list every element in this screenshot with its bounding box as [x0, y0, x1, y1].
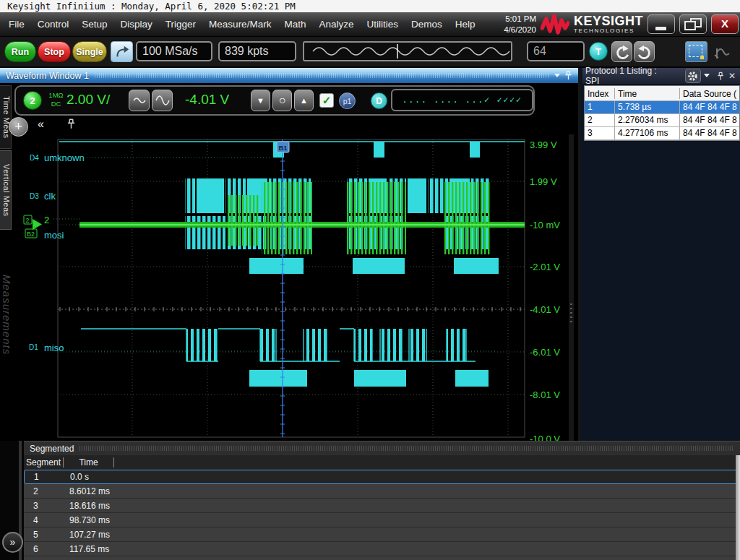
acquisition-preview[interactable]: [303, 41, 512, 61]
vertical-offset-field[interactable]: -4.01 V: [185, 92, 229, 108]
menu-utilities[interactable]: Utilities: [360, 19, 405, 30]
menu-help[interactable]: Help: [449, 19, 482, 30]
segment-row-4[interactable]: 4 98.730 ms: [24, 513, 740, 527]
protocol-table-header: Index Time Data Source (: [585, 86, 739, 101]
protocol-table: Index Time Data Source ( 1 5.738 µs 84 4…: [584, 85, 740, 141]
trigger-tag-b1[interactable]: B1: [279, 144, 288, 152]
settings-button[interactable]: [685, 69, 701, 83]
segment-row-partial[interactable]: [24, 556, 740, 560]
channel-2-badge[interactable]: 2: [23, 91, 42, 110]
segmented-panel-titlebar[interactable]: Segmented: [24, 441, 740, 455]
menu-control[interactable]: Control: [31, 19, 76, 30]
signal-label-umknown[interactable]: umknown: [44, 152, 85, 163]
segment-row-2[interactable]: 2 8.6012 ms: [24, 484, 740, 499]
segment-row-3[interactable]: 3 18.616 ms: [24, 499, 740, 513]
protocol-row-3[interactable]: 3 4.277106 ms 84 4F 84 4F 8: [585, 127, 739, 140]
redo-button[interactable]: [634, 41, 655, 62]
protocol-row-2[interactable]: 2 2.276034 ms 84 4F 84 4F 8: [585, 114, 739, 127]
collapse-button[interactable]: «: [38, 118, 44, 131]
probe-badge[interactable]: p1: [339, 92, 356, 109]
offset-zero-button[interactable]: ○: [272, 90, 292, 111]
segment-index-field[interactable]: 64: [527, 41, 585, 61]
vertical-scale-field[interactable]: 2.00 V/: [66, 92, 110, 108]
waveform-tool-icon: [713, 43, 731, 61]
trigger-badge[interactable]: T: [589, 42, 608, 61]
signal-id-d3: D3: [30, 192, 39, 200]
protocol-listing-panel: Protocol 1 Listing : SPI ✕ Index Time Da…: [578, 68, 740, 441]
scale-increase-button[interactable]: [152, 90, 173, 111]
segmented-panel: Segmented Segment Time 1 0.0 s 2 8.6012 …: [24, 441, 740, 560]
channel-controls-panel: 2 1MΩ DC 2.00 V/ -4.01 V ▼ ○ ▲ ✓ p1 D ..…: [14, 85, 535, 116]
signal-label-mosi[interactable]: mosi: [44, 230, 64, 241]
pin-icon[interactable]: [66, 119, 76, 129]
stop-button[interactable]: Stop: [38, 41, 71, 62]
memory-depth-field[interactable]: 839 kpts: [218, 41, 296, 61]
axis-label: -8.01 V: [530, 389, 560, 400]
brand-text: KEYSIGHT TECHNOLOGIES: [574, 14, 643, 34]
clock-time: 5:01 PM: [504, 14, 536, 24]
axis-label: 3.99 V: [530, 139, 557, 150]
svg-text:B2: B2: [27, 231, 35, 238]
waveform-window-titlebar[interactable]: Waveform Window 1: [0, 68, 578, 83]
axis-label: -10.0 V: [530, 434, 560, 441]
segment-row-6[interactable]: 6 117.65 ms: [24, 542, 740, 556]
waveform-tool[interactable]: [710, 41, 733, 62]
segmented-table-header: Segment Time: [24, 455, 740, 470]
run-button[interactable]: Run: [4, 41, 36, 62]
pin-icon[interactable]: [564, 71, 572, 80]
protocol-panel-titlebar[interactable]: Protocol 1 Listing : SPI ✕: [582, 68, 740, 84]
segment-row-5[interactable]: 5 107.27 ms: [24, 527, 740, 542]
signal-label-ch2[interactable]: 2: [44, 215, 49, 225]
svg-text:2: 2: [26, 217, 30, 224]
add-measurement-button[interactable]: +: [9, 117, 28, 137]
signal-label-clk[interactable]: clk: [44, 191, 56, 202]
redo-icon: [637, 44, 653, 60]
signal-label-miso[interactable]: miso: [44, 343, 64, 353]
axis-label: -2.01 V: [530, 262, 560, 272]
channel-enable-checkbox[interactable]: ✓: [319, 93, 334, 108]
waveform-plot[interactable]: 3.99 V 1.99 V -10 mV -2.01 V -4.01 V -6.…: [0, 134, 578, 441]
restore-button[interactable]: [679, 14, 707, 34]
protocol-row-1[interactable]: 1 5.738 µs 84 4F 84 4F 8: [585, 101, 739, 114]
menu-analyze[interactable]: Analyze: [312, 19, 360, 30]
main-toolbar: Run Stop Single 100 MSa/s 839 kpts 64 T: [0, 36, 740, 66]
axis-label: -6.01 V: [530, 347, 560, 358]
offset-down-button[interactable]: ▼: [251, 90, 270, 111]
touch-icon: [114, 44, 130, 60]
scale-decrease-button[interactable]: [129, 90, 150, 111]
touch-button[interactable]: [111, 41, 133, 62]
axis-label: -4.01 V: [530, 304, 560, 315]
menu-setup[interactable]: Setup: [75, 19, 113, 30]
menu-math[interactable]: Math: [278, 19, 312, 30]
os-titlebar: Keysight Infiniium : Monday, April 6, 20…: [0, 0, 740, 12]
offset-up-button[interactable]: ▲: [294, 90, 314, 111]
scope-traces: [53, 134, 574, 441]
region-select-tool[interactable]: [685, 41, 707, 62]
segment-row-1[interactable]: 1 0.0 s: [24, 470, 740, 484]
signal-id-d1: D1: [29, 343, 38, 351]
clock-date: 4/6/2020: [504, 25, 536, 35]
gear-icon: [687, 71, 698, 82]
coupling-label[interactable]: 1MΩ DC: [46, 91, 66, 108]
minimize-button[interactable]: [648, 14, 675, 34]
single-button[interactable]: Single: [72, 41, 107, 62]
expand-button[interactable]: »: [2, 532, 23, 553]
pin-icon[interactable]: [717, 72, 724, 81]
channel-2-ground-marker[interactable]: [33, 219, 42, 230]
menu-measure-mark[interactable]: Measure/Mark: [202, 19, 278, 30]
window-menu-icon[interactable]: [554, 74, 560, 80]
menu-demos[interactable]: Demos: [405, 19, 449, 30]
measurements-ghost-label: Measurements: [0, 275, 13, 484]
digital-badge[interactable]: D: [371, 92, 387, 109]
menu-trigger[interactable]: Trigger: [159, 19, 202, 30]
chevron-down-icon[interactable]: [704, 74, 710, 80]
digital-channel-status[interactable]: .... .... ...✓ ✓✓✓✓: [391, 89, 533, 111]
close-icon[interactable]: ✕: [728, 71, 736, 81]
close-button[interactable]: X: [711, 14, 739, 34]
menu-file[interactable]: File: [2, 19, 31, 30]
undo-button[interactable]: [611, 41, 632, 62]
sample-rate-field[interactable]: 100 MSa/s: [136, 41, 212, 61]
segmented-scrollbar[interactable]: [736, 455, 740, 560]
menu-display[interactable]: Display: [114, 19, 159, 30]
menu-bar: File Control Setup Display Trigger Measu…: [0, 12, 740, 36]
